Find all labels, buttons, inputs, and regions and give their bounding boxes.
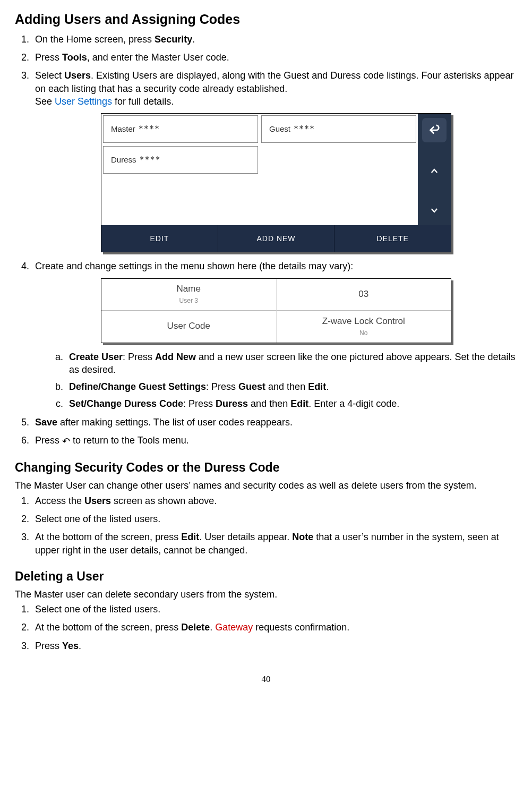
text: and then xyxy=(248,398,290,409)
text: At the bottom of the screen, press xyxy=(35,622,181,633)
bold-guest-settings: Define/Change Guest Settings xyxy=(69,381,206,392)
bold-guest: Guest xyxy=(238,381,265,392)
user-number-cell: 03 xyxy=(276,279,451,311)
label: Duress xyxy=(111,155,136,165)
user-row-master[interactable]: Master**** xyxy=(103,115,258,143)
text: . xyxy=(210,622,215,633)
link-user-settings[interactable]: User Settings xyxy=(55,96,112,107)
page-number: 40 xyxy=(15,673,517,686)
heading-changing-codes: Changing Security Codes or the Duress Co… xyxy=(15,459,517,476)
substep-b: Define/Change Guest Settings: Press Gues… xyxy=(66,380,517,393)
text: for full details. xyxy=(112,96,174,107)
label: User Code xyxy=(167,320,210,332)
code-mask: **** xyxy=(139,124,160,134)
code-mask: **** xyxy=(294,124,315,134)
figure-user-detail: Name User 3 03 User Code Z-wave Lock Con… xyxy=(101,278,451,343)
side-nav xyxy=(418,114,451,225)
step-6: Press ↶ to return to the Tools menu. xyxy=(32,434,517,448)
bold-users: Users xyxy=(64,70,91,81)
chevron-down-icon xyxy=(430,206,439,215)
scroll-up-button[interactable] xyxy=(422,160,447,182)
step-3: Press Yes. xyxy=(32,639,517,652)
add-new-button[interactable]: ADD NEW xyxy=(218,225,335,252)
step-2: Select one of the listed users. xyxy=(32,513,517,525)
user-row-duress[interactable]: Duress**** xyxy=(103,146,258,174)
bold-delete: Delete xyxy=(181,622,210,633)
label: Guest xyxy=(269,124,290,134)
text: screen as shown above. xyxy=(111,496,217,506)
step-5: Save after making settings. The list of … xyxy=(32,416,517,429)
text: to return to the Tools menu. xyxy=(70,435,189,446)
text: and then xyxy=(265,381,308,392)
back-button[interactable] xyxy=(422,118,447,142)
text: requests confirmation. xyxy=(253,622,349,633)
user-row-guest[interactable]: Guest**** xyxy=(261,115,416,143)
code-mask: **** xyxy=(140,155,161,165)
user-code-cell[interactable]: User Code xyxy=(101,311,276,343)
zwave-cell[interactable]: Z-wave Lock Control No xyxy=(276,311,451,343)
back-arrow-icon xyxy=(428,124,440,136)
bold-save: Save xyxy=(35,417,57,428)
chevron-up-icon xyxy=(430,166,439,176)
back-arrow-icon: ↶ xyxy=(62,435,70,448)
text: after making settings. The list of user … xyxy=(57,417,293,428)
text: See xyxy=(35,96,55,107)
step-2: At the bottom of the screen, press Delet… xyxy=(32,621,517,634)
bold-edit: Edit xyxy=(181,532,199,542)
step-3: At the bottom of the screen, press Edit.… xyxy=(32,531,517,557)
step-1: On the Home screen, press Security. xyxy=(32,33,517,46)
text: . xyxy=(192,34,195,45)
label: Name xyxy=(177,283,201,295)
intro-text: The Master User can change other users’ … xyxy=(15,479,517,492)
text: : Press xyxy=(123,352,155,362)
figure-users-panel: Master**** Guest**** Duress**** xyxy=(101,113,451,252)
name-cell[interactable]: Name User 3 xyxy=(101,279,276,311)
step-1: Select one of the listed users. xyxy=(32,603,517,616)
text: : Press xyxy=(183,398,216,409)
text: . xyxy=(79,641,81,651)
bold-create-user: Create User xyxy=(69,352,123,362)
text: Create and change settings in the menu s… xyxy=(35,261,353,271)
edit-button[interactable]: EDIT xyxy=(101,225,218,252)
text: . User details appear. xyxy=(199,532,292,542)
text: Press xyxy=(35,641,62,651)
bold-security: Security xyxy=(155,34,192,45)
text: . Existing Users are displayed, along wi… xyxy=(35,70,513,93)
text: Access the xyxy=(35,496,84,506)
text: On the Home screen, press xyxy=(35,34,155,45)
value: User 3 xyxy=(179,296,198,305)
substep-c: Set/Change Duress Code: Press Duress and… xyxy=(66,397,517,410)
value: 03 xyxy=(358,288,368,301)
text: At the bottom of the screen, press xyxy=(35,532,181,542)
bold-add-new: Add New xyxy=(155,352,196,362)
text: Press xyxy=(35,435,62,446)
step-4: Create and change settings in the menu s… xyxy=(32,260,517,410)
text: . Enter a 4-digit code. xyxy=(308,398,399,409)
scroll-down-button[interactable] xyxy=(422,200,447,221)
text: : Press xyxy=(206,381,238,392)
bold-tools: Tools xyxy=(62,52,87,63)
text: . xyxy=(326,381,329,392)
label: Master xyxy=(111,124,135,134)
text: , and enter the Master User code. xyxy=(87,52,229,63)
bold-users: Users xyxy=(84,496,111,506)
intro-text: The Master user can delete secondary use… xyxy=(15,588,517,601)
text: Press xyxy=(35,52,62,63)
bold-edit: Edit xyxy=(308,381,326,392)
red-gateway: Gateway xyxy=(215,622,253,633)
step-1: Access the Users screen as shown above. xyxy=(32,494,517,507)
substep-a: Create User: Press Add New and a new use… xyxy=(66,351,517,377)
bold-yes: Yes xyxy=(62,641,79,651)
text: Select xyxy=(35,70,64,81)
value: No xyxy=(359,329,367,337)
step-2: Press Tools, and enter the Master User c… xyxy=(32,51,517,64)
heading-adding-users: Adding Users and Assigning Codes xyxy=(15,11,517,29)
heading-deleting-user: Deleting a User xyxy=(15,568,517,585)
delete-button[interactable]: DELETE xyxy=(334,225,451,252)
bold-edit: Edit xyxy=(290,398,308,409)
step-3: Select Users. Existing Users are display… xyxy=(32,69,517,252)
label: Z-wave Lock Control xyxy=(322,315,405,328)
bold-duress: Duress xyxy=(216,398,248,409)
bold-duress-code: Set/Change Duress Code xyxy=(69,398,183,409)
bold-note: Note xyxy=(292,532,313,542)
